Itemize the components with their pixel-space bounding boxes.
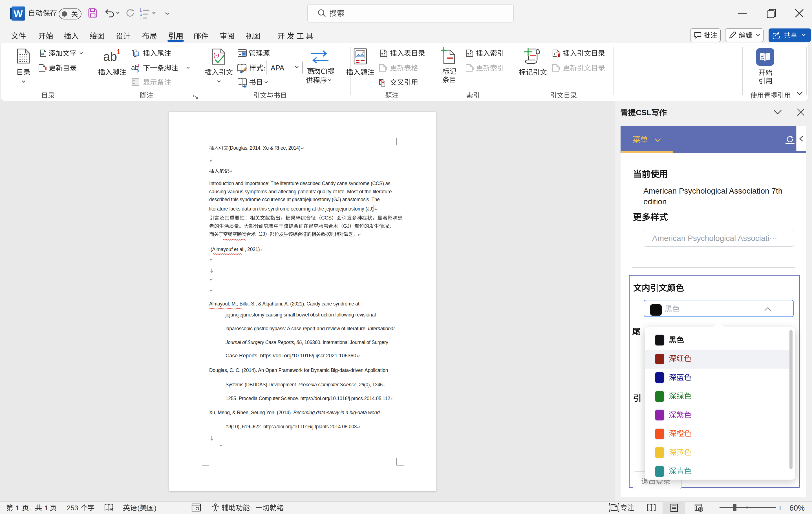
svg-text:ab: ab <box>103 50 117 63</box>
svg-text:1: 1 <box>117 48 120 56</box>
svg-text:W: W <box>13 8 23 19</box>
svg-text:[i]: [i] <box>136 52 138 56</box>
svg-text:(-): (-) <box>213 52 219 58</box>
svg-text:i: i <box>140 16 141 21</box>
svg-text:1: 1 <box>137 63 139 68</box>
